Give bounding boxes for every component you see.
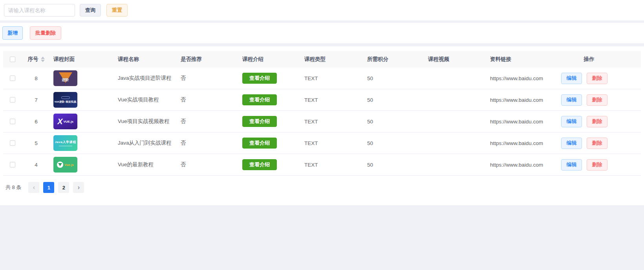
edit-button[interactable]: 编辑 <box>561 73 582 84</box>
course-points: 50 <box>364 119 425 125</box>
course-type: TEXT <box>301 162 364 168</box>
course-name: Java实战项目进阶课程 <box>115 75 177 82</box>
course-cover-image: Vue.js <box>53 157 77 173</box>
select-all-checkbox[interactable] <box>10 57 15 62</box>
material-link: https://www.baidu.com <box>487 140 558 146</box>
row-checkbox[interactable] <box>10 140 15 146</box>
course-cover-image: X VUE.js <box>53 114 77 129</box>
table-row: 6 X VUE.js Vue项目实战视频教程 否 查看介绍 TEXT 50 ht… <box>3 111 641 132</box>
course-type: TEXT <box>301 119 364 125</box>
edit-button[interactable]: 编辑 <box>561 159 582 171</box>
course-points: 50 <box>364 162 425 168</box>
page-background <box>0 206 644 270</box>
delete-button[interactable]: 删除 <box>587 159 607 171</box>
course-name: Java从入门到实战课程 <box>115 140 177 147</box>
recommended-flag: 否 <box>177 75 239 82</box>
batch-delete-button[interactable]: 批量删除 <box>30 26 61 40</box>
column-header-operations: 操作 <box>558 56 617 63</box>
table-row: 4 Vue.js Vue的最新教程 否 查看介绍 TEXT 50 https:/… <box>3 154 641 176</box>
course-type: TEXT <box>301 75 364 81</box>
table-row: 5 Java入学课程 Java从入门到实战课程 否 查看介绍 TEXT 50 h… <box>3 132 641 154</box>
recommended-flag: 否 <box>177 96 239 103</box>
column-header-name: 课程名称 <box>115 56 177 63</box>
course-name: Vue的最新教程 <box>115 161 177 168</box>
course-points: 50 <box>364 140 425 146</box>
pagination: 共 8 条 ‹ 1 2 › <box>0 176 644 206</box>
recommended-flag: 否 <box>177 161 239 168</box>
column-header-video: 课程视频 <box>425 56 487 63</box>
column-header-index: 序号 <box>28 56 38 63</box>
column-header-points: 所需积分 <box>364 56 425 63</box>
column-header-intro: 课程介绍 <box>239 56 301 63</box>
edit-button[interactable]: 编辑 <box>561 116 582 127</box>
query-button[interactable]: 查询 <box>80 4 101 17</box>
row-checkbox[interactable] <box>10 162 15 167</box>
view-intro-button[interactable]: 查看介绍 <box>242 116 277 127</box>
row-checkbox[interactable] <box>10 119 15 124</box>
chevron-left-icon[interactable]: ‹ <box>28 182 39 193</box>
search-input[interactable] <box>4 4 75 17</box>
recommended-flag: 否 <box>177 118 239 125</box>
course-management-page: 查询 重置 新增 批量删除 序号 课程封面 课程名称 是否推荐 课程介绍 课程类… <box>0 0 644 270</box>
row-index: 8 <box>22 75 50 81</box>
cover-label: Java入学课程 <box>55 140 76 144</box>
page-button-1[interactable]: 1 <box>43 182 54 193</box>
course-table: 序号 课程封面 课程名称 是否推荐 课程介绍 课程类型 所需积分 课程视频 资料… <box>0 46 644 176</box>
x-logo-icon: X <box>57 118 62 125</box>
material-link: https://www.baidu.com <box>487 119 558 125</box>
cover-label: vue进阶-项目实战 <box>55 100 76 104</box>
row-index: 4 <box>22 162 50 168</box>
cover-divider <box>59 146 72 146</box>
row-checkbox[interactable] <box>10 75 15 81</box>
add-button[interactable]: 新增 <box>2 26 23 40</box>
view-intro-button[interactable]: 查看介绍 <box>242 159 277 170</box>
row-checkbox[interactable] <box>10 97 15 103</box>
cover-badge-icon <box>61 96 70 99</box>
column-header-type: 课程类型 <box>301 56 364 63</box>
view-intro-button[interactable]: 查看介绍 <box>242 73 277 84</box>
course-cover-image: vue进阶-项目实战 <box>53 92 77 108</box>
table-header-row: 序号 课程封面 课程名称 是否推荐 课程介绍 课程类型 所需积分 课程视频 资料… <box>3 51 641 68</box>
course-name: Vue项目实战视频教程 <box>115 118 177 125</box>
recommended-flag: 否 <box>177 140 239 147</box>
table-row: 7 vue进阶-项目实战 Vue实战项目教程 否 查看介绍 TEXT 50 ht… <box>3 89 641 111</box>
chevron-right-icon[interactable]: › <box>73 182 84 193</box>
total-count-label: 共 8 条 <box>5 184 21 191</box>
delete-button[interactable]: 删除 <box>587 116 607 127</box>
row-index: 5 <box>22 140 50 146</box>
edit-button[interactable]: 编辑 <box>561 94 582 106</box>
view-intro-button[interactable]: 查看介绍 <box>242 94 277 105</box>
row-index: 7 <box>22 97 50 103</box>
cover-label: Vue.js <box>64 163 73 167</box>
course-type: TEXT <box>301 97 364 103</box>
course-name: Vue实战项目教程 <box>115 96 177 103</box>
view-intro-button[interactable]: 查看介绍 <box>242 138 277 149</box>
column-header-cover: 课程封面 <box>50 56 115 63</box>
material-link: https://www.baidu.com <box>487 75 558 81</box>
course-cover-image: 进阶 <box>53 70 77 86</box>
course-cover-image: Java入学课程 <box>53 135 77 151</box>
edit-button[interactable]: 编辑 <box>561 138 582 149</box>
action-bar: 新增 批量删除 <box>0 23 644 43</box>
reset-button[interactable]: 重置 <box>106 4 128 17</box>
table-row: 8 进阶 Java实战项目进阶课程 否 查看介绍 TEXT 50 https:/… <box>3 68 641 89</box>
search-bar: 查询 重置 <box>0 0 644 20</box>
divider <box>0 43 644 46</box>
material-link: https://www.baidu.com <box>487 97 558 103</box>
column-header-recommended: 是否推荐 <box>177 56 239 63</box>
sort-caret-icon[interactable] <box>41 57 45 62</box>
delete-button[interactable]: 删除 <box>587 73 607 84</box>
cover-label: 进阶 <box>62 77 69 83</box>
delete-button[interactable]: 删除 <box>587 138 607 149</box>
course-points: 50 <box>364 97 425 103</box>
course-points: 50 <box>364 75 425 81</box>
vue-logo-icon <box>57 162 63 168</box>
cover-label: VUE.js <box>64 120 73 123</box>
delete-button[interactable]: 删除 <box>587 94 607 106</box>
page-button-2[interactable]: 2 <box>58 182 69 193</box>
column-header-link: 资料链接 <box>487 56 558 63</box>
material-link: https://www.baidu.com <box>487 162 558 168</box>
course-type: TEXT <box>301 140 364 146</box>
row-index: 6 <box>22 119 50 125</box>
